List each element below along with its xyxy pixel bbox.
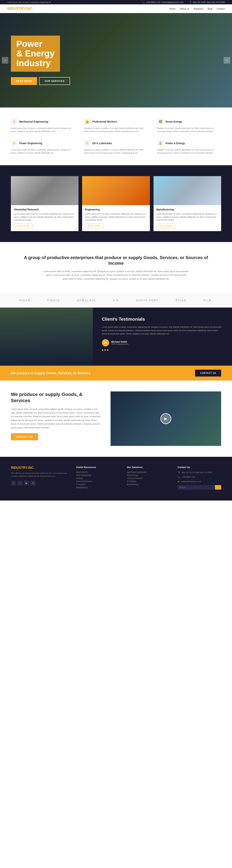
video-right: ▶ [111, 392, 221, 446]
service-icon-row: 🌿 Green Energy [157, 118, 221, 125]
footer-phone-icon: 📞 [178, 476, 180, 478]
hero-section: ‹ Power & Energy Industry READ MORE OUR … [0, 13, 232, 107]
footer-phone: +346 99021 123 [182, 476, 195, 478]
about-body: Lorem ipsum dolor sit amet, consectetur … [43, 270, 189, 281]
social-facebook[interactable]: f [11, 480, 16, 486]
hero-prev-button[interactable]: ‹ [2, 57, 8, 64]
footer-resource-link[interactable]: Strategy [76, 477, 120, 479]
service-icon-row: 🛢 Oil & Lubricants [84, 140, 148, 147]
service-icon: ⚡ [11, 140, 17, 147]
card-desc: Lorem ipsum dolor sit amet, consectetur … [14, 212, 76, 221]
phone-number: +346 99021 123 [146, 1, 160, 3]
footer-solutions-links: Agricultural EngineeringGreen EnergyChem… [127, 471, 170, 486]
hero-title: Power & Energy Industry [16, 39, 54, 68]
footer-contact-title: Contact Us [178, 466, 221, 469]
footer-address-item: 📍 Main Str. No 14, New York, CA 10000 [178, 471, 221, 474]
hero-next-button[interactable]: › [224, 57, 230, 64]
footer-solution-link[interactable]: Agricultural Engineering [127, 471, 170, 473]
partner-logo: PIXAR [176, 299, 186, 302]
service-item: 🛢 Oil & Lubricants Quisque orci purus, s… [84, 140, 148, 154]
card-title: Manufactoring [156, 208, 218, 211]
services-section: ⚙ Mechanical Engineering Lorem ipsum dol… [0, 107, 232, 165]
nav-solutions[interactable]: Solutions [194, 7, 203, 10]
card-desc: Lorem ipsum dolor sit amet, consectetur … [85, 212, 147, 221]
card-read-more-button[interactable]: READ MORE [156, 224, 175, 228]
card-title: Engineering [85, 208, 147, 211]
logo[interactable]: INDUSTRY.INC. [7, 6, 34, 11]
footer-solution-link[interactable]: Green Energy [127, 474, 170, 476]
footer-resource-link[interactable]: IT Solutions [76, 484, 120, 486]
card-body: Manufactoring Lorem ipsum dolor sit amet… [154, 205, 221, 231]
cta-text: We produce or supply Goods, Services, or… [11, 371, 90, 375]
service-title: Mechanical Engineering [19, 120, 48, 123]
footer-grid: INDUSTRY.INC. After offering our strong … [11, 466, 221, 490]
service-title: Green Energy [165, 120, 182, 123]
footer-resource-link[interactable]: Water Industry [76, 471, 120, 473]
footer-resources-title: Useful Resources [76, 466, 120, 469]
footer-solution-link[interactable]: IT Solutions [127, 480, 170, 483]
social-youtube[interactable]: ▶ [24, 480, 29, 486]
footer-solution-link[interactable]: Chemical Research [127, 477, 170, 479]
social-linkedin[interactable]: in [31, 480, 36, 486]
partner-logo: PIRATE [47, 299, 60, 302]
dot-2[interactable] [104, 349, 106, 351]
service-desc: Sodales in est quis, blandit sollicitudi… [157, 127, 221, 133]
address-detail: New York, PA 21000 [207, 1, 225, 3]
footer-search-input[interactable] [178, 485, 215, 490]
partners-section: PIXARPIRATEHYMALAYAS'ASOUTH PORTPIXARP.I… [0, 293, 232, 308]
testimonials-section: Client's Testimonials Lorem ipsum dolor … [0, 308, 232, 366]
nav-blog[interactable]: Blog [207, 7, 212, 10]
service-desc: Lorem ipsum dolor sit amet, consectetur … [11, 127, 75, 133]
footer-email-item: ✉ contact@industryinc.com [178, 480, 221, 483]
service-icon-row: ⚡ Power Engineering [11, 140, 75, 147]
card-read-more-button[interactable]: READ MORE [85, 224, 104, 228]
nav-about[interactable]: About us [180, 7, 189, 10]
nav-home[interactable]: Home [169, 7, 176, 10]
nav-contact[interactable]: Contact [217, 7, 225, 10]
dot-1[interactable] [102, 349, 103, 351]
testimonials-content: Client's Testimonials Lorem ipsum dolor … [93, 308, 232, 366]
video-text: We produce or supply Goods, & Services L… [11, 392, 102, 440]
contact-us-button[interactable]: CONTACT US [195, 370, 221, 376]
service-item: ⚙ Mechanical Engineering Lorem ipsum dol… [11, 118, 75, 133]
footer-brand-col: INDUSTRY.INC. After offering our strong … [11, 466, 69, 490]
card-image [82, 176, 150, 205]
video-section: We produce or supply Goods, & Services L… [0, 380, 232, 457]
phone-contact: 📞 +346 99021 123 contact@industryinc.com [142, 1, 184, 3]
nav-links: Home About us Solutions Blog Contact [169, 7, 225, 10]
footer-solutions-title: Our Solutions [127, 466, 170, 469]
dot-3[interactable] [107, 349, 108, 351]
video-contact-button[interactable]: CONTACT US [11, 433, 38, 440]
author-role: CEO Professional Inc [111, 343, 129, 345]
logo-accent: INC. [26, 6, 34, 10]
play-button[interactable]: ▶ [160, 413, 171, 424]
footer: INDUSTRY.INC. After offering our strong … [0, 457, 232, 500]
footer-search-button[interactable]: → [215, 485, 221, 490]
services-grid: ⚙ Mechanical Engineering Lorem ipsum dol… [11, 118, 221, 154]
footer-resource-link[interactable]: Manufacturing [76, 487, 120, 489]
footer-solution-link[interactable]: Manufacturing [127, 484, 170, 486]
social-twitter[interactable]: t [17, 480, 23, 486]
service-desc: Quisque orci purus, sodales in est quis,… [84, 148, 148, 154]
card: Manufactoring Lorem ipsum dolor sit amet… [154, 176, 221, 231]
footer-resource-link[interactable]: Chemical Research [76, 480, 120, 483]
footer-resource-link[interactable]: Client Testimonials [76, 474, 120, 476]
partner-logo: PIXAR [20, 299, 30, 302]
footer-resources-links: Water IndustryClient TestimonialsStrateg… [76, 471, 120, 489]
service-title: Power & Energy [165, 142, 185, 145]
author-name: Michael Smith [111, 340, 129, 343]
video-heading: We produce or supply Goods, & Services [11, 392, 102, 404]
service-icon: ⚙ [11, 118, 17, 125]
partner-logo: S'A [113, 299, 119, 302]
footer-address: Main Str. No 14, New York, CA 10000 [182, 471, 212, 474]
card-read-more-button[interactable]: READ MORE [14, 224, 33, 228]
footer-contact-col: Contact Us 📍 Main Str. No 14, New York, … [178, 466, 221, 490]
author-avatar: MS [102, 339, 109, 346]
read-more-button[interactable]: READ MORE [11, 77, 37, 85]
service-icon: 👷 [84, 118, 90, 125]
service-item: ⚡ Power Engineering Lorem ipsum dolor si… [11, 140, 75, 154]
hero-content: Power & Energy Industry READ MORE OUR SE… [0, 36, 81, 85]
our-services-button[interactable]: OUR SERVICES [39, 77, 70, 85]
service-title: Power Engineering [19, 142, 42, 145]
service-icon: 🌿 [157, 118, 164, 125]
